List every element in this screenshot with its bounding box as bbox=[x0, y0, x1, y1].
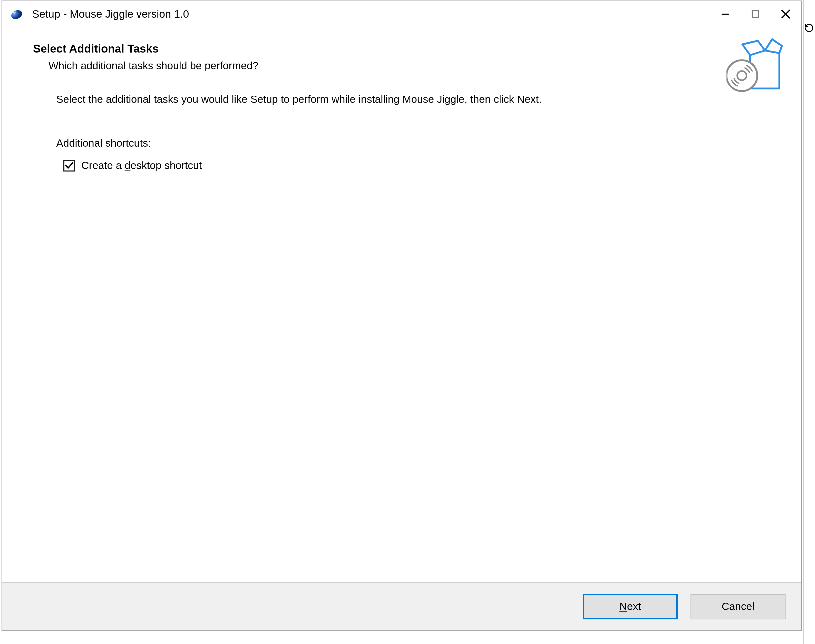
titlebar: Setup - Mouse Jiggle version 1.0 bbox=[2, 1, 801, 27]
section-label: Additional shortcuts: bbox=[56, 137, 763, 149]
wizard-footer: Next Cancel bbox=[2, 582, 801, 630]
svg-rect-3 bbox=[752, 11, 759, 17]
cb-label-post: esktop shortcut bbox=[130, 159, 202, 171]
svg-point-8 bbox=[737, 71, 746, 80]
close-button[interactable] bbox=[770, 1, 801, 27]
background-right-strip bbox=[803, 0, 815, 644]
page-title: Select Additional Tasks bbox=[33, 42, 778, 55]
instruction-text: Select the additional tasks you would li… bbox=[56, 92, 763, 106]
maximize-button[interactable] bbox=[740, 1, 770, 27]
next-btn-accesskey: N bbox=[620, 600, 627, 612]
installer-box-icon bbox=[726, 37, 783, 94]
next-btn-post: ext bbox=[627, 600, 641, 612]
refresh-icon bbox=[804, 23, 814, 33]
page-subtitle: Which additional tasks should be perform… bbox=[49, 60, 778, 72]
app-icon bbox=[10, 7, 25, 21]
cb-label-pre: Create a bbox=[82, 159, 125, 171]
setup-dialog: Setup - Mouse Jiggle version 1.0 bbox=[2, 0, 802, 631]
cancel-button[interactable]: Cancel bbox=[690, 594, 786, 619]
desktop-shortcut-label: Create a desktop shortcut bbox=[82, 159, 202, 172]
wizard-body: Select the additional tasks you would li… bbox=[2, 82, 801, 582]
svg-point-0 bbox=[10, 8, 24, 21]
cb-label-accesskey: d bbox=[125, 159, 131, 171]
desktop-shortcut-option[interactable]: Create a desktop shortcut bbox=[63, 159, 763, 172]
cancel-btn-label: Cancel bbox=[721, 600, 754, 612]
wizard-header: Select Additional Tasks Which additional… bbox=[2, 27, 801, 82]
window-title: Setup - Mouse Jiggle version 1.0 bbox=[32, 8, 710, 20]
desktop-shortcut-checkbox[interactable] bbox=[63, 160, 75, 172]
next-button[interactable]: Next bbox=[583, 594, 678, 619]
minimize-button[interactable] bbox=[710, 1, 740, 27]
